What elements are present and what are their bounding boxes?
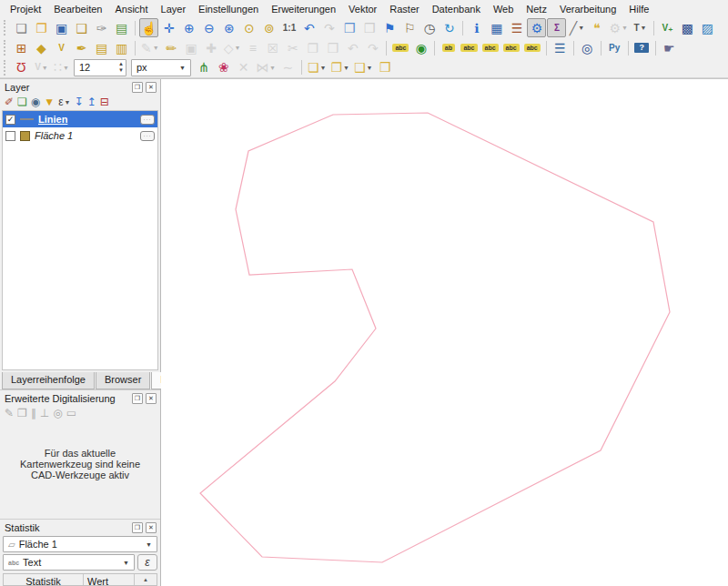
map-tips-button[interactable]: ❝: [587, 18, 606, 37]
dropdown-arrow-icon[interactable]: ▼: [153, 45, 159, 51]
zoom-in-button[interactable]: ⊕: [179, 18, 198, 37]
pin-unpin-labels-button[interactable]: ab: [439, 38, 458, 57]
float-panel-icon[interactable]: ❐: [132, 82, 143, 93]
help-contents-button[interactable]: ?: [632, 38, 652, 57]
stats-column-header[interactable]: Wert: [84, 574, 135, 586]
new-print-layout-button[interactable]: ❑: [72, 18, 91, 37]
open-project-button[interactable]: ❐: [32, 18, 51, 37]
refresh-map-button[interactable]: ↻: [440, 18, 459, 37]
deselect-features-button[interactable]: ❑▼: [352, 58, 375, 77]
python-console-button[interactable]: Py: [605, 38, 624, 57]
new-geopackage-layer-button[interactable]: ◆: [32, 38, 51, 57]
menu-projekt[interactable]: Projekt: [4, 2, 47, 16]
dropdown-arrow-icon[interactable]: ▼: [234, 45, 240, 51]
move-label-button[interactable]: abc: [480, 38, 500, 57]
manage-map-themes-button[interactable]: ◉: [31, 96, 40, 107]
zoom-out-button[interactable]: ⊖: [199, 18, 218, 37]
plugin-tool-button[interactable]: ☛: [660, 38, 679, 57]
menu-vektor[interactable]: Vektor: [342, 2, 383, 16]
new-spatialite-layer-button[interactable]: ✒: [72, 38, 91, 57]
dropdown-arrow-icon[interactable]: ▼: [63, 65, 69, 71]
text-annotation-button[interactable]: T▼: [631, 18, 650, 37]
dropdown-arrow-icon[interactable]: ▼: [578, 25, 584, 31]
toolbar-drag-handle[interactable]: [4, 60, 7, 76]
topological-editing-button[interactable]: ⋔: [194, 58, 213, 77]
zoom-to-selection-button[interactable]: ⊙: [239, 18, 258, 37]
close-panel-icon[interactable]: ✕: [146, 522, 157, 533]
data-source-manager-button[interactable]: ⊞: [12, 38, 31, 57]
toolbar-drag-handle[interactable]: [4, 40, 7, 56]
temporal-controller-button[interactable]: ◷: [420, 18, 439, 37]
new-map-view-button[interactable]: ❒: [339, 18, 359, 37]
remove-layer-button[interactable]: ⊟: [100, 96, 109, 107]
menu-hilfe[interactable]: Hilfe: [622, 2, 655, 16]
statistical-summary-button[interactable]: ☰: [507, 18, 526, 37]
zoom-native-button[interactable]: 1:1: [279, 18, 298, 37]
pan-map-button[interactable]: ☝: [139, 18, 158, 37]
new-vector-layer-button[interactable]: V₊: [658, 18, 677, 37]
close-panel-icon[interactable]: ✕: [146, 82, 157, 93]
toolbar-drag-handle[interactable]: [4, 20, 7, 35]
table-scrollbar[interactable]: ▲: [135, 574, 157, 586]
menu-raster[interactable]: Raster: [383, 2, 425, 16]
close-panel-icon[interactable]: ✕: [146, 393, 157, 404]
toggle-editing-button[interactable]: ✏: [162, 38, 181, 57]
layout-manager-button[interactable]: ✑: [92, 18, 111, 37]
metasearch-button[interactable]: ◎: [578, 38, 597, 57]
statistics-layer-combo[interactable]: ▱ Fläche 1 ▼: [3, 536, 157, 552]
snapping-tolerance-spinbox[interactable]: 12▲▼: [74, 59, 126, 76]
dropdown-arrow-icon[interactable]: ▼: [622, 25, 628, 31]
rotate-label-button[interactable]: abc: [501, 38, 521, 57]
measure-line-button[interactable]: ╱▼: [567, 18, 586, 37]
new-virtual-layer-button[interactable]: ▥: [112, 38, 131, 57]
snapping-on-intersection-button[interactable]: ❀: [214, 58, 233, 77]
dropdown-arrow-icon[interactable]: ▼: [343, 65, 349, 71]
layer-item-fläche-1[interactable]: Fläche 1···: [3, 127, 157, 144]
layer-item-linien[interactable]: ✓Linien···: [3, 111, 157, 127]
zoom-to-layer-button[interactable]: ⊚: [259, 18, 278, 37]
zoom-full-button[interactable]: ⊛: [219, 18, 238, 37]
statistics-field-combo[interactable]: abc Text ▼: [3, 554, 135, 571]
select-features-by-value-button[interactable]: ❐▼: [329, 58, 351, 77]
add-group-button[interactable]: ❏: [17, 96, 27, 107]
layer-visibility-checkbox[interactable]: [5, 131, 15, 141]
map-canvas[interactable]: [161, 79, 728, 586]
pan-to-selection-button[interactable]: ✛: [159, 18, 178, 37]
dock-tab-browser[interactable]: Browser: [96, 372, 150, 389]
menu-bearbeiten[interactable]: Bearbeiten: [47, 2, 108, 16]
new-raster-layer-button[interactable]: ▩: [678, 18, 697, 37]
memory-layer-indicator-icon[interactable]: ···: [140, 115, 155, 125]
dropdown-arrow-icon[interactable]: ▼: [269, 65, 276, 71]
scroll-up-icon[interactable]: ▲: [143, 574, 148, 586]
identify-features-button[interactable]: ℹ: [467, 18, 486, 37]
float-panel-icon[interactable]: ❐: [132, 393, 143, 404]
dock-tab-layerreihenfolge[interactable]: Layerreihenfolge: [2, 372, 95, 389]
open-attribute-table-button[interactable]: ▦: [487, 18, 506, 37]
enable-snapping-button[interactable]: Ω: [12, 58, 31, 77]
open-layer-styling-button[interactable]: ✐: [5, 96, 14, 107]
snapping-unit-combo[interactable]: px▼: [131, 59, 191, 76]
highlight-pinned-labels-button[interactable]: abc: [459, 38, 479, 57]
new-memory-layer-button[interactable]: ▤: [92, 38, 111, 57]
menu-einstellungen[interactable]: Einstellungen: [192, 2, 265, 16]
layer-labeling-options-button[interactable]: abc: [390, 38, 410, 57]
statistics-panel-button[interactable]: Σ: [547, 18, 566, 37]
filter-by-expression-button[interactable]: ε▼: [58, 96, 70, 107]
layer-diagram-options-button[interactable]: ◉: [411, 38, 430, 57]
dropdown-arrow-icon[interactable]: ▼: [42, 65, 48, 71]
new-project-button[interactable]: ❏: [12, 18, 31, 37]
collapse-all-button[interactable]: ↥: [87, 96, 96, 107]
menu-ansicht[interactable]: Ansicht: [108, 2, 154, 16]
filter-legend-button[interactable]: ▼: [44, 96, 55, 107]
save-project-button[interactable]: ▣: [52, 18, 71, 37]
dropdown-arrow-icon[interactable]: ▼: [367, 65, 373, 71]
processing-toolbox-button[interactable]: ⚙: [527, 18, 546, 37]
menu-web[interactable]: Web: [487, 2, 520, 16]
float-panel-icon[interactable]: ❐: [132, 522, 143, 533]
menu-verarbeitung[interactable]: Verarbeitung: [553, 2, 622, 16]
db-manager-button[interactable]: ☰: [551, 38, 570, 57]
show-spatial-bookmarks-button[interactable]: ⚐: [399, 18, 419, 37]
memory-layer-indicator-icon[interactable]: ···: [140, 131, 155, 141]
menu-netz[interactable]: Netz: [520, 2, 553, 16]
dropdown-arrow-icon[interactable]: ▼: [320, 65, 327, 71]
